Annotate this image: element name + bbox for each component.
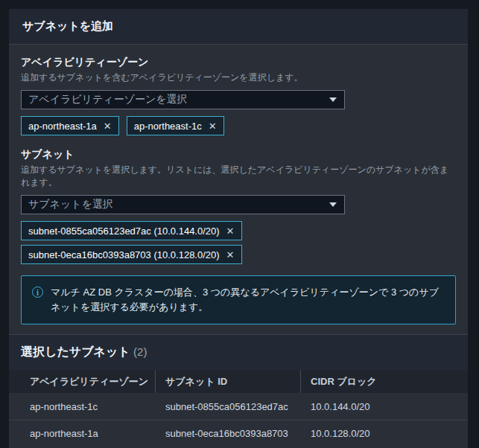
subnet-tag-label: subnet-0eca16bc0393a8703 (10.0.128.0/20)	[28, 249, 220, 260]
cell-az: ap-northeast-1a	[9, 420, 156, 447]
column-header-cidr: CIDR ブロック	[301, 370, 468, 393]
cell-az: ap-northeast-1c	[9, 393, 156, 420]
info-icon: i	[32, 287, 43, 298]
selected-subnets-title: 選択したサブネット	[21, 345, 130, 358]
info-alert-text: マルチ AZ DB クラスターの場合、3 つの異なるアベイラビリティーゾーンで …	[51, 285, 443, 315]
cell-cidr: 10.0.144.0/20	[301, 393, 468, 420]
selected-subnets-header: 選択したサブネット (2)	[9, 334, 468, 370]
availability-zone-description: 追加するサブネットを含むアベイラビリティーゾーンを選択します。	[21, 71, 456, 84]
subnet-select[interactable]: サブネットを選択	[21, 195, 345, 214]
column-header-subnet-id: サブネット ID	[156, 370, 301, 393]
close-icon[interactable]: ✕	[104, 121, 112, 131]
selected-subnets-table: アベイラビリティーゾーン サブネット ID CIDR ブロック ap-north…	[9, 370, 468, 448]
subnet-group: サブネット 追加するサブネットを選択します。リストには、選択したアベイラビリティ…	[21, 148, 456, 264]
availability-zone-label: アベイラビリティーゾーン	[21, 56, 456, 69]
close-icon[interactable]: ✕	[226, 226, 235, 236]
chevron-down-icon	[329, 202, 337, 207]
dialog-header: サブネットを追加	[9, 9, 468, 45]
close-icon[interactable]: ✕	[209, 121, 217, 131]
table-header-row: アベイラビリティーゾーン サブネット ID CIDR ブロック	[9, 370, 468, 393]
table-row: ap-northeast-1c subnet-0855ca056123ed7ac…	[9, 393, 468, 420]
cell-subnet-id: subnet-0855ca056123ed7ac	[156, 393, 301, 420]
az-tag-label: ap-northeast-1a	[28, 121, 97, 132]
subnet-tag: subnet-0eca16bc0393a8703 (10.0.128.0/20)…	[21, 245, 242, 264]
availability-zone-group: アベイラビリティーゾーン 追加するサブネットを含むアベイラビリティーゾーンを選択…	[21, 56, 456, 135]
column-header-az: アベイラビリティーゾーン	[9, 370, 156, 393]
subnet-tags: subnet-0855ca056123ed7ac (10.0.144.0/20)…	[21, 221, 456, 264]
cell-subnet-id: subnet-0eca16bc0393a8703	[156, 420, 301, 447]
availability-zone-select-placeholder: アベイラビリティーゾーンを選択	[28, 93, 188, 106]
table-row: ap-northeast-1a subnet-0eca16bc0393a8703…	[9, 420, 468, 447]
az-tag: ap-northeast-1c ✕	[127, 116, 224, 135]
chevron-down-icon	[329, 97, 337, 102]
close-icon[interactable]: ✕	[226, 250, 235, 260]
subnet-description: 追加するサブネットを選択します。リストには、選択したアベイラビリティーゾーンのサ…	[21, 164, 456, 189]
subnet-select-placeholder: サブネットを選択	[28, 198, 113, 211]
subnet-tag-label: subnet-0855ca056123ed7ac (10.0.144.0/20)	[28, 225, 220, 237]
subnet-label: サブネット	[21, 148, 456, 161]
availability-zone-select[interactable]: アベイラビリティーゾーンを選択	[21, 90, 345, 109]
availability-zone-tags: ap-northeast-1a ✕ ap-northeast-1c ✕	[21, 116, 456, 135]
subnet-tag: subnet-0855ca056123ed7ac (10.0.144.0/20)…	[21, 221, 242, 240]
dialog-body: アベイラビリティーゾーン 追加するサブネットを含むアベイラビリティーゾーンを選択…	[9, 45, 468, 324]
selected-subnets-count: (2)	[133, 345, 147, 358]
add-subnet-dialog: サブネットを追加 アベイラビリティーゾーン 追加するサブネットを含むアベイラビリ…	[9, 9, 468, 448]
multi-az-info-alert: i マルチ AZ DB クラスターの場合、3 つの異なるアベイラビリティーゾーン…	[21, 275, 456, 324]
dialog-title: サブネットを追加	[22, 19, 113, 33]
az-tag: ap-northeast-1a ✕	[21, 116, 119, 135]
cell-cidr: 10.0.128.0/20	[301, 420, 468, 447]
az-tag-label: ap-northeast-1c	[134, 121, 202, 132]
